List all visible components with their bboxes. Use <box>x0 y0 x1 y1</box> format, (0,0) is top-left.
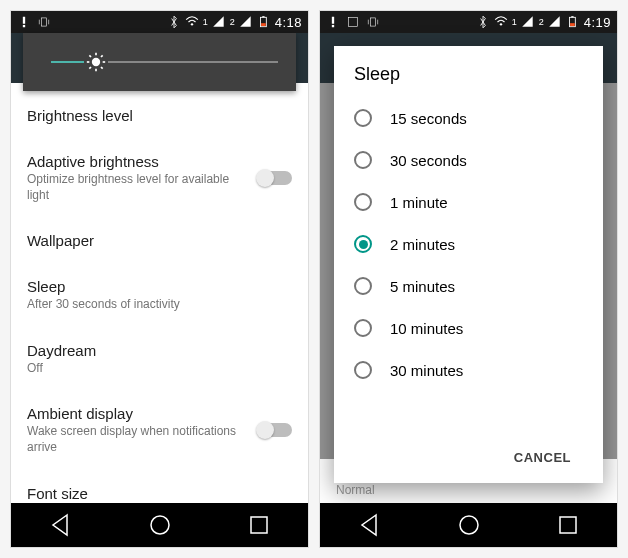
option-label: 30 seconds <box>390 152 467 169</box>
status-bar: 1 2 4:18 <box>11 11 308 33</box>
option-label: 2 minutes <box>390 236 455 253</box>
svg-rect-22 <box>332 25 334 27</box>
adaptive-brightness-toggle[interactable] <box>258 171 292 185</box>
sleep-dialog: Sleep 15 seconds 30 seconds 1 minute 2 m… <box>334 46 603 483</box>
status-bar: 1 2 4:19 <box>320 11 617 33</box>
signal-icon-2 <box>548 15 562 29</box>
svg-rect-21 <box>332 17 334 24</box>
item-sub: Wake screen display when notifications a… <box>27 424 248 455</box>
brightness-slider-thumb[interactable] <box>84 50 108 74</box>
brightness-slider-panel[interactable] <box>23 33 296 91</box>
navigation-bar <box>11 503 308 547</box>
item-label: Font size <box>27 485 292 502</box>
bluetooth-icon <box>167 15 181 29</box>
item-label: Adaptive brightness <box>27 153 248 170</box>
sim1-label: 1 <box>512 17 517 27</box>
item-wallpaper[interactable]: Wallpaper <box>11 218 308 264</box>
item-sub: Normal <box>336 483 397 497</box>
nav-home-button[interactable] <box>148 513 172 537</box>
svg-rect-17 <box>23 25 25 27</box>
ambient-display-toggle[interactable] <box>258 423 292 437</box>
wifi-icon <box>185 15 199 29</box>
settings-list: Brightness level Adaptive brightness Opt… <box>11 93 308 503</box>
svg-rect-24 <box>371 18 376 26</box>
clock: 4:18 <box>275 15 302 30</box>
brightness-icon <box>86 52 106 72</box>
item-label: Ambient display <box>27 405 248 422</box>
nav-recent-button[interactable] <box>247 513 271 537</box>
radio-icon <box>354 361 372 379</box>
option-label: 1 minute <box>390 194 448 211</box>
signal-icon-1 <box>521 15 535 29</box>
sleep-option-2m[interactable]: 2 minutes <box>354 223 583 265</box>
signal-icon-2 <box>239 15 253 29</box>
nav-home-button[interactable] <box>457 513 481 537</box>
vibrate-icon <box>37 15 51 29</box>
clock: 4:19 <box>584 15 611 30</box>
brightness-slider[interactable] <box>51 61 278 63</box>
priority-icon <box>17 15 31 29</box>
cancel-button[interactable]: CANCEL <box>502 442 583 473</box>
option-label: 15 seconds <box>390 110 467 127</box>
item-sleep[interactable]: Sleep After 30 seconds of inactivity <box>11 264 308 328</box>
sleep-option-15s[interactable]: 15 seconds <box>354 97 583 139</box>
item-sub: After 30 seconds of inactivity <box>27 297 292 313</box>
sleep-option-30s[interactable]: 30 seconds <box>354 139 583 181</box>
svg-rect-16 <box>23 17 25 24</box>
radio-icon <box>354 277 372 295</box>
wifi-icon <box>494 15 508 29</box>
sim2-label: 2 <box>230 17 235 27</box>
item-sub: Optimize brightness level for available … <box>27 172 248 203</box>
signal-icon-1 <box>212 15 226 29</box>
sleep-option-10m[interactable]: 10 minutes <box>354 307 583 349</box>
item-daydream[interactable]: Daydream Off <box>11 328 308 392</box>
nav-recent-button[interactable] <box>556 513 580 537</box>
option-label: 30 minutes <box>390 362 463 379</box>
radio-icon <box>354 151 372 169</box>
item-label: Wallpaper <box>27 232 292 249</box>
sleep-option-30m[interactable]: 30 minutes <box>354 349 583 391</box>
battery-icon <box>566 15 580 29</box>
bluetooth-icon <box>476 15 490 29</box>
sim1-label: 1 <box>203 17 208 27</box>
screen-right: 1 2 4:19 Display Font size Normal Sleep … <box>319 10 618 548</box>
item-adaptive-brightness[interactable]: Adaptive brightness Optimize brightness … <box>11 139 308 218</box>
item-label: Brightness level <box>27 107 292 124</box>
navigation-bar <box>320 503 617 547</box>
screen-left: 1 2 4:18 Brightness level Adaptive brigh… <box>10 10 309 548</box>
sleep-option-1m[interactable]: 1 minute <box>354 181 583 223</box>
nav-back-button[interactable] <box>49 513 73 537</box>
screenshot-icon <box>346 15 360 29</box>
nav-back-button[interactable] <box>358 513 382 537</box>
priority-icon <box>326 15 340 29</box>
vibrate-icon <box>366 15 380 29</box>
svg-rect-23 <box>348 17 357 26</box>
dialog-title: Sleep <box>354 64 583 85</box>
item-ambient-display[interactable]: Ambient display Wake screen display when… <box>11 391 308 470</box>
item-brightness-level[interactable]: Brightness level <box>11 93 308 139</box>
sleep-option-5m[interactable]: 5 minutes <box>354 265 583 307</box>
item-font-size[interactable]: Font size Normal <box>11 471 308 503</box>
radio-icon <box>354 193 372 211</box>
option-label: 5 minutes <box>390 278 455 295</box>
battery-icon <box>257 15 271 29</box>
svg-rect-18 <box>42 18 47 26</box>
item-label: Daydream <box>27 342 292 359</box>
item-sub: Off <box>27 361 292 377</box>
radio-icon <box>354 235 372 253</box>
sim2-label: 2 <box>539 17 544 27</box>
radio-icon <box>354 109 372 127</box>
item-label: Sleep <box>27 278 292 295</box>
option-label: 10 minutes <box>390 320 463 337</box>
radio-icon <box>354 319 372 337</box>
